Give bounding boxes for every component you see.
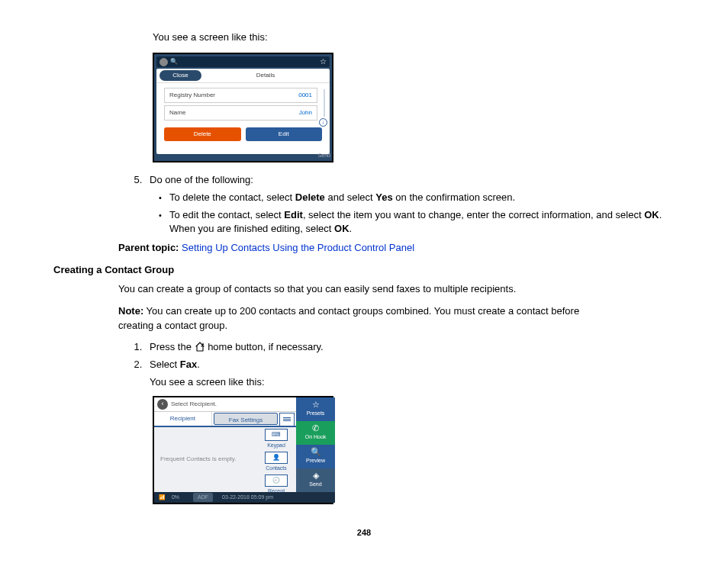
- contacts-button[interactable]: 👤: [265, 452, 288, 464]
- screenshot-fax-screen: ‹ Select Recipient. Recipient Fax Settin…: [153, 396, 333, 504]
- star-icon: ☆: [312, 401, 320, 409]
- onhook-button[interactable]: ✆ On Hook: [296, 421, 335, 445]
- diamond-icon: ◈: [313, 471, 319, 480]
- presets-button[interactable]: ☆ Presets: [296, 397, 335, 421]
- menu-icon[interactable]: [279, 413, 295, 426]
- step-2-aux: You see a screen like this:: [150, 375, 682, 390]
- registry-row[interactable]: Registry Number 0001: [164, 88, 317, 103]
- select-recipient-text: Select Recipient.: [171, 400, 217, 409]
- status-adf: ADF: [193, 493, 213, 502]
- status-percent: 📶 0%: [159, 494, 184, 501]
- tab-fax-settings[interactable]: Fax Settings: [214, 413, 279, 425]
- phone-icon: ✆: [312, 424, 319, 433]
- recent-button[interactable]: 🕘: [265, 475, 288, 487]
- registry-label: Registry Number: [169, 91, 215, 100]
- keypad-button[interactable]: ⌨: [265, 429, 288, 441]
- bullet-edit: To edit the contact, select Edit, select…: [162, 208, 682, 237]
- tab-recipient[interactable]: Recipient: [154, 412, 212, 426]
- back-button[interactable]: ‹: [157, 399, 168, 410]
- step-list-group: Press the home button, if necessary. Sel…: [130, 340, 682, 390]
- note-block: Note: You can create up to 200 contacts …: [118, 304, 607, 333]
- group-intro: You can create a group of contacts so th…: [118, 282, 607, 297]
- scroll-down-icon[interactable]: ↓: [319, 118, 327, 127]
- step-5: Do one of the following:: [145, 173, 682, 188]
- step-1: Press the home button, if necessary.: [145, 340, 682, 355]
- status-bar: 📶 0% ADF 03-22-2018 05:09 pm: [154, 492, 335, 503]
- contacts-label: Contacts: [261, 465, 292, 472]
- keypad-label: Keypad: [261, 442, 292, 449]
- name-row[interactable]: Name John: [164, 105, 317, 121]
- magnify-icon: 🔍: [311, 448, 321, 456]
- star-icon: ☆: [320, 56, 327, 68]
- preview-button[interactable]: 🔍 Preview: [296, 445, 335, 468]
- send-button[interactable]: ◈ Send: [296, 468, 335, 492]
- close-button[interactable]: Close: [159, 70, 201, 81]
- step-2: Select Fax. You see a screen like this:: [145, 358, 682, 390]
- intro-text: You see a screen like this:: [153, 31, 682, 45]
- heading-creating-group: Creating a Contact Group: [53, 263, 682, 278]
- status-time: 03-22-2018 05:09 pm: [222, 494, 273, 501]
- page-number: 248: [46, 527, 682, 539]
- home-icon: [195, 342, 205, 352]
- bullet-delete: To delete the contact, select Delete and…: [162, 191, 682, 205]
- details-title: Details: [201, 69, 330, 82]
- send-label: Send: [318, 152, 330, 159]
- name-value: John: [299, 108, 312, 117]
- delete-button[interactable]: Delete: [164, 127, 241, 141]
- frequent-empty-text: Frequent Contacts is empty.: [160, 455, 236, 464]
- sub-bullets: To delete the contact, select Delete and…: [147, 191, 682, 237]
- screenshot-contact-details: 🔍 ☆ Close Details Registry Number 0001 N…: [153, 53, 333, 162]
- scrollbar[interactable]: [324, 89, 325, 117]
- search-placeholder: 🔍: [170, 57, 178, 66]
- name-label: Name: [169, 108, 185, 117]
- step-list-5: Do one of the following:: [130, 173, 682, 188]
- back-icon: [159, 58, 168, 66]
- registry-value: 0001: [298, 91, 312, 100]
- parent-topic-link[interactable]: Setting Up Contacts Using the Product Co…: [182, 242, 414, 253]
- parent-topic: Parent topic: Setting Up Contacts Using …: [118, 241, 607, 256]
- edit-button[interactable]: Edit: [246, 127, 323, 141]
